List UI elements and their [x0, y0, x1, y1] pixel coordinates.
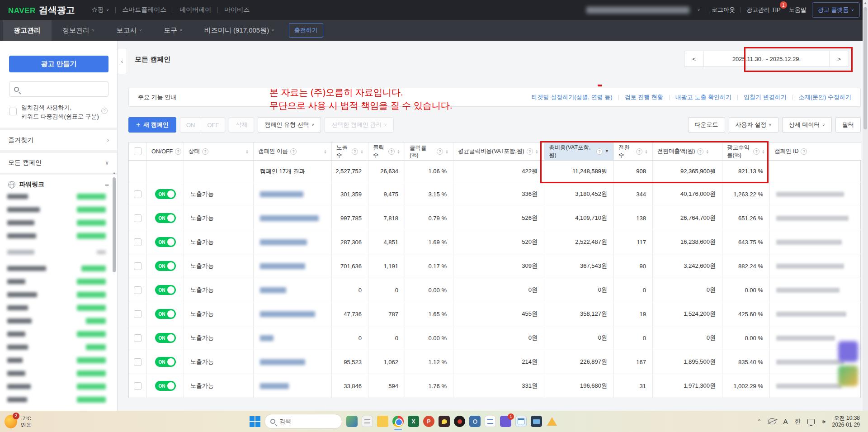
on-toggle[interactable]: ON: [155, 333, 176, 343]
create-ad-button[interactable]: 광고 만들기: [9, 56, 108, 72]
sort-icon[interactable]: ▲▼: [645, 149, 648, 154]
campaign-name-blurred[interactable]: [260, 191, 303, 197]
help-icon[interactable]: ?: [596, 148, 603, 155]
taskbar-search[interactable]: 검색: [264, 414, 342, 429]
help-icon[interactable]: ?: [801, 148, 807, 155]
on-toggle[interactable]: ON: [155, 261, 176, 271]
folder-icon[interactable]: [377, 416, 388, 427]
campaign-name-blurred[interactable]: [260, 287, 286, 293]
sidebar-campaign-item-blurred[interactable]: [0, 380, 111, 393]
on-toggle[interactable]: ON: [155, 381, 176, 391]
sidebar-campaign-item-blurred[interactable]: [0, 262, 111, 275]
notice-link-5[interactable]: 소재(문안) 수정하기: [799, 93, 851, 101]
campaign-name-blurred[interactable]: [260, 383, 289, 389]
notice-link-2[interactable]: 검토 진행 현황: [625, 93, 663, 101]
sidebar-campaign-item-blurred[interactable]: [0, 314, 111, 328]
notice-link-3[interactable]: 내광고 노출 확인하기: [675, 93, 731, 101]
column-header-2[interactable]: 상태?▲▼: [184, 142, 254, 161]
sidebar-campaign-item-blurred[interactable]: [0, 190, 111, 203]
help-icon[interactable]: ?: [437, 148, 443, 155]
on-toggle[interactable]: ON: [155, 189, 176, 199]
scroll-up-icon[interactable]: ▲: [863, 0, 868, 6]
help-icon[interactable]: ?: [202, 148, 208, 155]
scrollbar-thumb[interactable]: [863, 7, 867, 129]
help-icon[interactable]: ?: [175, 148, 181, 155]
sidebar-search-input[interactable]: [9, 81, 108, 97]
row-checkbox[interactable]: [134, 238, 142, 246]
help-icon[interactable]: ?: [753, 148, 760, 155]
red-app-icon[interactable]: P: [423, 416, 434, 427]
floating-icon-blurred-2[interactable]: [838, 366, 858, 386]
on-toggle[interactable]: ON: [155, 309, 176, 319]
campaign-type-select[interactable]: 캠페인 유형 선택∨: [258, 117, 321, 133]
tray-expand-icon[interactable]: ⌃: [757, 418, 761, 425]
chrome-icon[interactable]: [392, 416, 404, 427]
sidebar-scrollbar[interactable]: ▲ ▼: [112, 171, 116, 408]
page-scrollbar[interactable]: ▲: [863, 0, 868, 411]
match-search-checkbox[interactable]: [9, 108, 17, 115]
start-button[interactable]: [250, 416, 260, 427]
charge-button[interactable]: 충전하기: [289, 23, 323, 38]
sidebar-campaign-item-blurred[interactable]: [0, 354, 111, 367]
select-all-checkbox[interactable]: [134, 147, 142, 155]
drive-app-icon[interactable]: [546, 416, 557, 427]
blue-tool-icon[interactable]: [469, 416, 481, 427]
date-prev-button[interactable]: <: [684, 51, 703, 66]
menu-mybiz[interactable]: 마이비즈: [218, 6, 256, 14]
sidebar-collapse-button[interactable]: ‹: [118, 48, 127, 74]
account-name-blurred[interactable]: [586, 7, 689, 14]
campaign-name-blurred[interactable]: [260, 215, 319, 221]
column-header-6[interactable]: 클릭률(%)?▲▼: [405, 142, 453, 161]
sort-icon[interactable]: ▲▼: [445, 149, 448, 154]
sort-icon[interactable]: ▲▼: [762, 149, 765, 154]
sort-icon[interactable]: ▲▼: [535, 149, 538, 154]
tab-report[interactable]: 보고서∨: [106, 20, 153, 41]
notice-link-4[interactable]: 입찰가 변경하기: [744, 93, 787, 101]
menu-naverpay[interactable]: 네이버페이: [173, 6, 217, 14]
notepad-icon[interactable]: [362, 416, 373, 427]
tray-preview-icon[interactable]: [346, 416, 358, 427]
on-toggle[interactable]: ON: [155, 285, 176, 295]
collapse-minus-icon[interactable]: −: [105, 181, 109, 189]
row-checkbox[interactable]: [134, 190, 142, 198]
tab-ad-manage[interactable]: 광고관리: [3, 20, 52, 41]
date-range-value[interactable]: 2025.11.30. ~ 2025.12.29.: [703, 51, 830, 66]
row-checkbox[interactable]: [134, 214, 142, 222]
speaker-icon[interactable]: 🕩: [821, 418, 825, 425]
sort-icon[interactable]: ▲▼: [360, 149, 363, 154]
tab-tools[interactable]: 도구∨: [153, 20, 193, 41]
column-header-8[interactable]: 총비용(VAT포함,원)?▼: [544, 142, 614, 161]
download-button[interactable]: 다운로드: [688, 117, 725, 133]
on-toggle[interactable]: ON: [155, 213, 176, 223]
spreadsheet-app-icon[interactable]: [515, 416, 527, 427]
floating-icon-blurred-1[interactable]: [838, 341, 858, 362]
ad-tip-link[interactable]: 광고관리 TIP1: [746, 6, 783, 14]
scrollbar-thumb[interactable]: [113, 177, 116, 272]
network-icon[interactable]: [807, 419, 815, 424]
row-checkbox[interactable]: [134, 262, 142, 270]
menu-shopping[interactable]: 쇼핑∨: [85, 6, 116, 14]
help-link[interactable]: 도움말: [789, 6, 807, 14]
help-icon[interactable]: ?: [352, 148, 358, 155]
row-checkbox[interactable]: [134, 358, 142, 366]
sidebar-item-favorites[interactable]: 즐겨찾기›: [0, 130, 117, 150]
column-header-5[interactable]: 클릭수?▲▼: [368, 142, 405, 161]
help-icon[interactable]: ?: [527, 148, 533, 155]
column-header-7[interactable]: 평균클릭비용(VAT포함,원)?▲▼: [453, 142, 544, 161]
record-app-icon[interactable]: [454, 416, 465, 427]
help-icon[interactable]: ?: [290, 148, 297, 155]
mouse-disabled-icon[interactable]: [768, 418, 776, 424]
on-button[interactable]: ON: [180, 118, 202, 132]
sidebar-campaign-item-blurred[interactable]: [0, 288, 111, 301]
sidebar-campaign-item-blurred[interactable]: [0, 229, 111, 242]
help-icon[interactable]: ?: [101, 108, 108, 114]
row-checkbox[interactable]: [134, 310, 142, 318]
sort-icon[interactable]: ▲▼: [245, 149, 249, 154]
sort-icon[interactable]: ▲▼: [397, 149, 400, 154]
new-campaign-button[interactable]: +새 캠페인: [128, 117, 176, 133]
sidebar-campaign-item-blurred[interactable]: [0, 301, 111, 314]
column-header-4[interactable]: 노출수?▲▼: [332, 142, 368, 161]
campaign-name-blurred[interactable]: [260, 239, 307, 245]
column-header-3[interactable]: 캠페인 이름?▲▼: [254, 142, 332, 161]
sidebar-campaign-item-blurred[interactable]: [0, 393, 111, 406]
